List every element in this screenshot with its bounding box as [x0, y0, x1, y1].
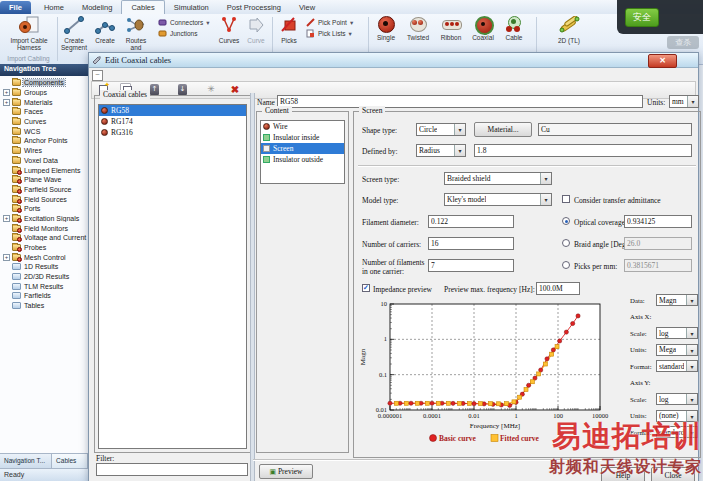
create-segment-button[interactable]: Create Segment — [59, 16, 89, 51]
expander-icon[interactable]: + — [3, 254, 10, 261]
model-type-select[interactable]: Kley's model▾ — [444, 193, 552, 206]
name-input[interactable] — [277, 95, 643, 108]
cable-list-item-rg174[interactable]: RG174 — [99, 116, 246, 127]
content-item-insulator-outside[interactable]: Insulator outside — [261, 154, 344, 165]
tree-item-materials[interactable]: +Materials — [0, 97, 88, 107]
filament-diameter-input[interactable] — [428, 215, 514, 228]
expander-icon[interactable]: + — [3, 89, 10, 96]
tree-item-faces[interactable]: Faces — [0, 107, 88, 117]
tab-cables[interactable]: Cables — [52, 454, 88, 468]
axis-select-units[interactable]: Mega▾ — [656, 344, 698, 356]
material-button[interactable]: Material... — [474, 122, 532, 137]
dialog-titlebar[interactable]: Edit Coaxial cables — [89, 53, 698, 68]
radius-input[interactable] — [474, 144, 692, 157]
cable-button[interactable]: Cable — [500, 16, 528, 41]
braid-angle-radio[interactable] — [562, 239, 570, 247]
tree-item-lumped-elements[interactable]: Lumped Elements — [0, 165, 88, 175]
tree-item-probes[interactable]: Probes — [0, 243, 88, 253]
picks-button[interactable]: Picks — [276, 16, 302, 44]
tree-item-groups[interactable]: +Groups — [0, 88, 88, 98]
screen-type-select[interactable]: Braided shield▾ — [444, 172, 552, 185]
content-item-wire[interactable]: Wire — [261, 121, 344, 132]
units-select[interactable]: mm▾ — [669, 95, 699, 108]
create-button[interactable]: Create — [91, 16, 119, 44]
tree-item-voxel-data[interactable]: Voxel Data — [0, 156, 88, 166]
tree-item-wires[interactable]: Wires — [0, 146, 88, 156]
close-button[interactable]: Close — [651, 467, 695, 481]
content-item-insulator-inside[interactable]: Insulator inside — [261, 132, 344, 143]
optical-coverage-radio[interactable] — [562, 217, 570, 225]
tab-home[interactable]: Home — [35, 1, 73, 14]
dialog-close-button[interactable]: ✕ — [648, 54, 677, 68]
content-item-label: Screen — [273, 144, 293, 153]
tree-item-field-sources[interactable]: Field Sources — [0, 194, 88, 204]
tree-item-field-monitors[interactable]: Field Monitors — [0, 223, 88, 233]
security-scan-button[interactable]: 查杀 — [667, 36, 699, 49]
axis-select-units[interactable]: (none)▾ — [656, 410, 698, 422]
curve-button[interactable]: Curve — [243, 16, 269, 44]
axis-row-units: Units:Mega▾ — [630, 344, 698, 356]
tab-cables[interactable]: Cables — [121, 0, 164, 14]
optical-coverage-input[interactable] — [624, 215, 692, 228]
tree-item-ports[interactable]: Ports — [0, 204, 88, 214]
tree-item-farfields[interactable]: Farfields — [0, 291, 88, 301]
help-button[interactable]: Help — [601, 467, 645, 481]
impedance-preview-checkbox[interactable]: ✓ — [362, 284, 370, 292]
twisted-button[interactable]: Twisted — [402, 16, 434, 41]
2d-tl-button[interactable]: 2D (TL) — [548, 16, 590, 44]
tree-item-components[interactable]: Components — [0, 78, 88, 88]
axis-select-format[interactable]: standard▾ — [656, 360, 698, 372]
defined-by-select[interactable]: Radius▾ — [416, 144, 466, 157]
tree-item-voltage-and-current[interactable]: Voltage and Current — [0, 233, 88, 243]
curves-button[interactable]: Curves — [216, 16, 242, 44]
tree-item-mesh-control[interactable]: +Mesh Control — [0, 252, 88, 262]
carriers-input[interactable] — [428, 237, 514, 250]
tree-item-curves[interactable]: Curves — [0, 117, 88, 127]
tree-item-excitation-signals[interactable]: +Excitation Signals — [0, 214, 88, 224]
preview-max-frequency-input[interactable] — [536, 282, 580, 295]
tree-item-anchor-points[interactable]: Anchor Points — [0, 136, 88, 146]
cable-list-item-rg316[interactable]: RG316 — [99, 127, 246, 138]
tab-simulation[interactable]: Simulation — [165, 1, 218, 14]
tree-item-tables[interactable]: Tables — [0, 301, 88, 311]
expander-icon[interactable]: + — [3, 215, 10, 222]
filter-input[interactable] — [96, 463, 248, 476]
tab-modeling[interactable]: Modeling — [73, 1, 121, 14]
cable-list-item-rg58[interactable]: RG58 — [99, 105, 246, 116]
panel-splitter[interactable] — [250, 93, 255, 481]
coaxial-button[interactable]: Coaxial — [468, 16, 498, 41]
units-label: Units: — [647, 98, 665, 107]
junctions-button[interactable]: Junctions — [158, 28, 218, 39]
axis-select-scale[interactable]: log▾ — [656, 393, 698, 405]
ribbon-cable-button[interactable]: Ribbon — [436, 16, 466, 41]
tree-item-wcs[interactable]: WCS — [0, 126, 88, 136]
axis-select-data[interactable]: Magn▾ — [656, 294, 698, 306]
tab-post-processing[interactable]: Post Processing — [218, 1, 290, 14]
svg-text:1: 1 — [514, 412, 517, 419]
content-item-screen[interactable]: Screen — [261, 143, 344, 154]
tree-item-farfield-source[interactable]: Farfield Source — [0, 185, 88, 195]
single-wire-button[interactable]: Single — [372, 16, 400, 41]
consider-transfer-checkbox[interactable] — [562, 195, 570, 203]
pick-lists-button[interactable]: Pick Lists▾ — [306, 28, 364, 39]
tree-item-2d-3d-results[interactable]: 2D/3D Results — [0, 272, 88, 282]
pick-point-button[interactable]: Pick Point▾ — [306, 17, 364, 28]
security-safe-button[interactable]: 安全 — [625, 8, 659, 27]
tab-navigation-tree[interactable]: Navigation T... — [0, 454, 52, 468]
connectors-button[interactable]: Connectors▾ — [158, 17, 218, 28]
tree-item-1d-results[interactable]: 1D Results — [0, 262, 88, 272]
tree-item-tlm-results[interactable]: TLM Results — [0, 281, 88, 291]
import-cable-harness-button[interactable]: Import Cable Harness — [2, 16, 56, 51]
tree-item-plane-wave[interactable]: Plane Wave — [0, 175, 88, 185]
tab-file[interactable]: File — [0, 1, 31, 14]
collapse-box[interactable]: − — [92, 70, 103, 81]
tab-view[interactable]: View — [290, 1, 324, 14]
shape-type-select[interactable]: Circle▾ — [416, 123, 466, 136]
expander-icon[interactable]: + — [3, 99, 10, 106]
filaments-input[interactable] — [428, 259, 514, 272]
picks-per-mm-radio[interactable] — [562, 261, 570, 269]
routes-button[interactable]: Routes and — [120, 16, 152, 51]
axis-select-format[interactable]: standard▾ — [656, 426, 698, 438]
preview-button[interactable]: ▣ Preview — [259, 464, 313, 479]
axis-select-scale[interactable]: log▾ — [656, 327, 698, 339]
